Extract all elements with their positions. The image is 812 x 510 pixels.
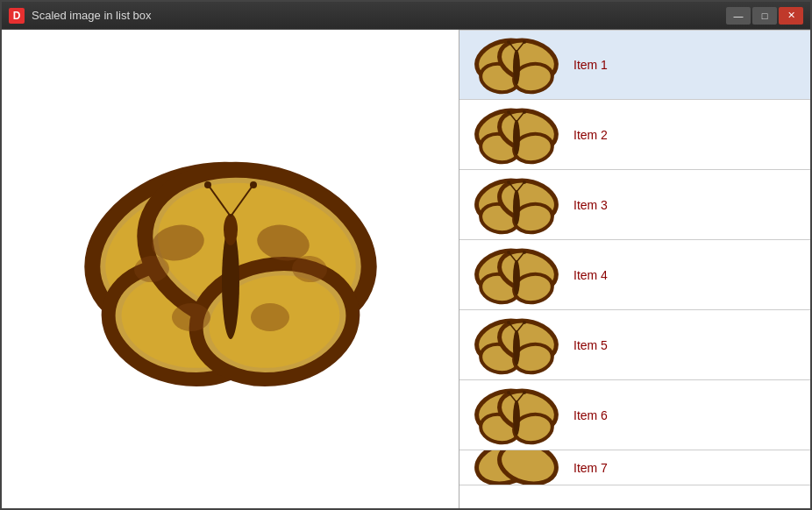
svg-point-21 xyxy=(204,181,211,188)
list-item[interactable]: Item 1 xyxy=(459,30,810,100)
item-thumbnail xyxy=(468,450,565,485)
window-title: Scaled image in list box xyxy=(32,9,726,22)
list-panel: Item 1 xyxy=(459,30,810,508)
svg-point-84 xyxy=(513,330,520,365)
item-label: Item 5 xyxy=(573,338,608,352)
svg-point-58 xyxy=(513,190,520,225)
svg-point-75 xyxy=(523,251,526,254)
svg-point-71 xyxy=(513,260,520,295)
svg-point-73 xyxy=(507,251,510,254)
svg-point-49 xyxy=(523,110,526,114)
svg-point-101 xyxy=(523,391,526,394)
svg-point-97 xyxy=(513,400,520,436)
title-bar: D Scaled image in list box — □ ✕ xyxy=(2,2,810,30)
svg-point-88 xyxy=(523,321,526,324)
butterfly-svg-thumb xyxy=(468,104,565,166)
list-item[interactable]: Item 2 xyxy=(459,100,810,170)
svg-point-86 xyxy=(507,321,510,324)
close-button[interactable]: ✕ xyxy=(779,7,803,25)
list-item[interactable]: Item 5 xyxy=(459,310,810,380)
list-item[interactable]: Item 6 xyxy=(459,380,810,450)
svg-point-99 xyxy=(507,391,510,394)
main-image-panel xyxy=(2,30,459,508)
butterfly-svg-thumb xyxy=(468,450,565,485)
item-thumbnail xyxy=(468,315,565,376)
item-label: Item 2 xyxy=(573,128,608,142)
svg-point-62 xyxy=(523,181,526,184)
item-label: Item 7 xyxy=(573,461,608,475)
svg-point-36 xyxy=(523,40,526,44)
svg-point-19 xyxy=(224,214,238,245)
svg-point-34 xyxy=(507,40,510,44)
item-thumbnail xyxy=(468,34,565,96)
list-item[interactable]: Item 3 xyxy=(459,170,810,240)
window-content: Item 1 xyxy=(2,30,810,508)
app-window: D Scaled image in list box — □ ✕ xyxy=(0,0,812,510)
item-label: Item 3 xyxy=(573,198,608,212)
svg-point-47 xyxy=(507,110,510,114)
item-thumbnail xyxy=(468,385,565,446)
app-icon: D xyxy=(9,8,25,24)
item-thumbnail xyxy=(468,174,565,236)
svg-point-60 xyxy=(507,181,510,184)
butterfly-svg-thumb xyxy=(468,34,565,96)
svg-point-17 xyxy=(251,303,289,331)
item-label: Item 4 xyxy=(573,268,608,282)
svg-point-14 xyxy=(172,303,210,331)
svg-point-23 xyxy=(250,181,257,188)
item-label: Item 1 xyxy=(573,58,608,72)
butterfly-svg-large xyxy=(55,146,406,392)
butterfly-svg-thumb xyxy=(468,244,565,306)
list-item[interactable]: Item 7 xyxy=(459,450,810,485)
svg-point-32 xyxy=(513,50,520,85)
butterfly-svg-thumb xyxy=(468,385,565,446)
item-thumbnail xyxy=(468,104,565,166)
item-label: Item 6 xyxy=(573,408,608,422)
svg-point-45 xyxy=(513,120,520,155)
list-box[interactable]: Item 1 xyxy=(459,30,810,508)
item-thumbnail xyxy=(468,244,565,306)
butterfly-svg-thumb xyxy=(468,315,565,376)
large-butterfly-image xyxy=(55,146,406,392)
minimize-button[interactable]: — xyxy=(726,7,751,25)
maximize-button[interactable]: □ xyxy=(752,7,777,25)
butterfly-svg-thumb xyxy=(468,174,565,236)
window-controls: — □ ✕ xyxy=(726,7,803,25)
list-item[interactable]: Item 4 xyxy=(459,240,810,310)
